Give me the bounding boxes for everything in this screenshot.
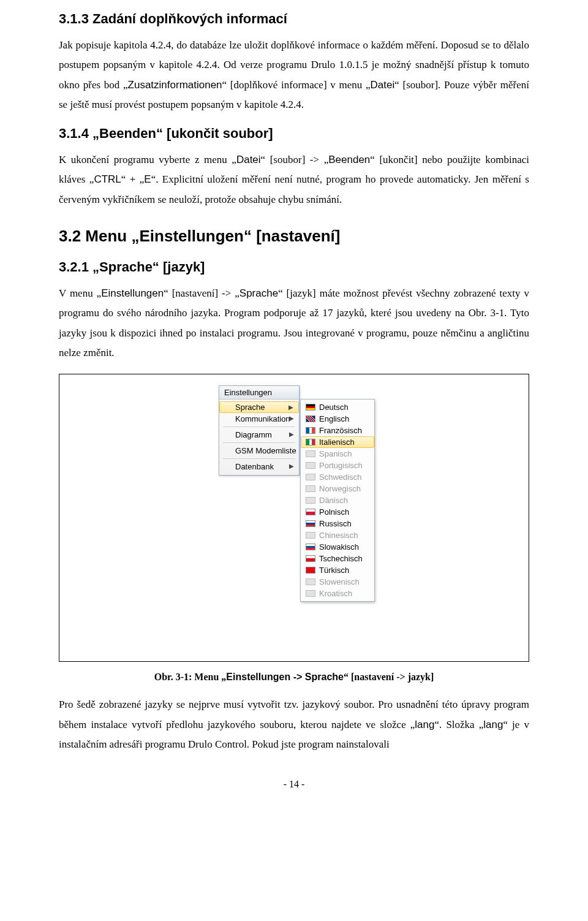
language-item-russisch[interactable]: Russisch (301, 518, 374, 529)
language-label: Schwedisch (319, 472, 361, 482)
language-item-englisch[interactable]: Englisch (301, 413, 374, 425)
flag-icon (306, 567, 315, 574)
language-label: Kroatisch (319, 589, 352, 598)
text: K ukončení programu vyberte z menu „ (59, 154, 236, 165)
flag-icon (306, 462, 315, 469)
menu-item-label: Datenbank (235, 462, 274, 471)
submenu-arrow-icon: ▶ (288, 404, 293, 411)
flag-icon (306, 520, 315, 527)
language-item-französisch[interactable]: Französisch (301, 425, 374, 436)
language-label: Deutsch (319, 403, 349, 412)
text: Obr. 3-1: Menu „ (154, 672, 227, 682)
text: “ [soubor] -> „ (261, 154, 329, 165)
language-item-italienisch[interactable]: Italienisch (301, 436, 374, 448)
language-item-slowenisch: Slowenisch (301, 576, 374, 588)
language-label: Slowakisch (319, 542, 359, 551)
flag-icon (306, 590, 315, 597)
submenu-sprache: DeutschEnglischFranzösischItalienischSpa… (300, 399, 375, 602)
language-label: Chinesisch (319, 531, 358, 540)
language-label: Englisch (319, 414, 349, 423)
language-item-schwedisch: Schwedisch (301, 471, 374, 483)
paragraph-final: Pro šedě zobrazené jazyky se nejprve mus… (59, 695, 529, 754)
code-sprache: Sprache (239, 287, 278, 299)
menu-body: Sprache ▶ Kommunikation ▶ Diagramm ▶ GSM… (219, 400, 299, 475)
text: “ [nastavení] -> „ (164, 287, 239, 299)
paragraph-3-1-3: Jak popisuje kapitola 4.2.4, do databáze… (59, 36, 529, 115)
heading-3-1-4: 3.1.4 „Beenden“ [ukončit soubor] (59, 126, 529, 142)
language-label: Polnisch (319, 507, 349, 517)
heading-3-2: 3.2 Menu „Einstellungen“ [nastavení] (59, 227, 529, 246)
figure-caption: Obr. 3-1: Menu „Einstellungen -> Sprache… (59, 672, 529, 683)
text: “. Složka „ (434, 719, 483, 730)
code-datei: Datei (236, 154, 261, 165)
heading-3-1-3: 3.1.3 Zadání doplňkových informací (59, 11, 529, 27)
flag-icon (306, 474, 315, 480)
code-e: E (144, 173, 151, 185)
code-lang: lang (415, 719, 434, 730)
caption-code: Einstellungen -> Sprache (226, 672, 344, 682)
figure-3-1: Einstellungen Sprache ▶ Kommunikation ▶ … (59, 374, 529, 662)
menu-einstellungen: Einstellungen Sprache ▶ Kommunikation ▶ … (219, 385, 300, 476)
submenu-arrow-icon: ▶ (289, 463, 294, 469)
text: 3.1.4 „Beenden“ [ukončit soubor] (59, 126, 273, 141)
language-label: Russisch (319, 519, 352, 528)
language-label: Portugisisch (319, 461, 363, 470)
language-label: Norwegisch (319, 484, 361, 493)
language-item-spanisch: Spanisch (301, 448, 374, 460)
menu-item-kommunikation[interactable]: Kommunikation ▶ (219, 413, 299, 425)
menu-item-datenbank[interactable]: Datenbank ▶ (219, 461, 299, 472)
language-label: Spanisch (319, 449, 352, 458)
menu-separator (223, 458, 295, 459)
page-number: - 14 - (59, 779, 529, 790)
language-label: Tschechisch (319, 554, 363, 563)
language-label: Italienisch (319, 438, 355, 447)
language-item-chinesisch: Chinesisch (301, 529, 374, 541)
menu-item-label: Kommunikation (235, 414, 290, 423)
language-label: Slowenisch (319, 577, 360, 586)
language-item-dänisch: Dänisch (301, 495, 374, 506)
menu-screenshot: Einstellungen Sprache ▶ Kommunikation ▶ … (219, 385, 375, 602)
submenu-arrow-icon: ▶ (289, 415, 294, 422)
language-item-deutsch[interactable]: Deutsch (301, 401, 374, 413)
flag-icon (306, 544, 315, 550)
flag-icon (306, 427, 315, 434)
menu-item-sprache[interactable]: Sprache ▶ (219, 401, 299, 413)
menu-separator (223, 426, 295, 427)
flag-icon (306, 439, 315, 445)
code-ctrl: CTRL (94, 173, 121, 185)
text: V menu „ (59, 287, 101, 299)
menu-item-diagramm[interactable]: Diagramm ▶ (219, 429, 299, 441)
language-item-slowakisch[interactable]: Slowakisch (301, 541, 374, 553)
text: “ [nastavení -> jazyk] (344, 672, 434, 682)
code-zusatzinformationen: Zusatzinformationen (128, 79, 222, 91)
language-item-kroatisch: Kroatisch (301, 588, 374, 599)
language-label: Französisch (319, 426, 362, 435)
language-label: Türkisch (319, 566, 349, 575)
language-item-tschechisch[interactable]: Tschechisch (301, 553, 374, 564)
menu-item-gsm-modemliste[interactable]: GSM Modemliste (219, 445, 299, 457)
language-item-portugisisch: Portugisisch (301, 460, 374, 471)
menu-item-label: Diagramm (235, 430, 272, 439)
paragraph-3-2-1: V menu „Einstellungen“ [nastavení] -> „S… (59, 284, 529, 363)
flag-icon (306, 404, 315, 411)
flag-icon (306, 555, 315, 562)
code-datei: Datei (371, 79, 395, 91)
menu-item-label: Sprache (235, 403, 265, 412)
language-item-polnisch[interactable]: Polnisch (301, 506, 374, 518)
submenu-arrow-icon: ▶ (289, 431, 294, 438)
flag-icon (306, 415, 315, 422)
code-beenden: Beenden (328, 154, 370, 165)
code-lang: lang (483, 719, 503, 730)
text: “ + „ (121, 173, 145, 185)
language-label: Dänisch (319, 496, 348, 505)
flag-icon (306, 450, 315, 457)
menu-button-einstellungen[interactable]: Einstellungen (219, 386, 299, 400)
text: “ [doplňkové informace] v menu „ (222, 79, 371, 91)
language-item-türkisch[interactable]: Türkisch (301, 564, 374, 576)
menu-item-label: GSM Modemliste (235, 446, 296, 455)
code-einstellungen: Einstellungen (101, 287, 164, 299)
flag-icon (306, 532, 315, 539)
flag-icon (306, 509, 315, 515)
flag-icon (306, 485, 315, 492)
heading-3-2-1: 3.2.1 „Sprache“ [jazyk] (59, 259, 529, 275)
